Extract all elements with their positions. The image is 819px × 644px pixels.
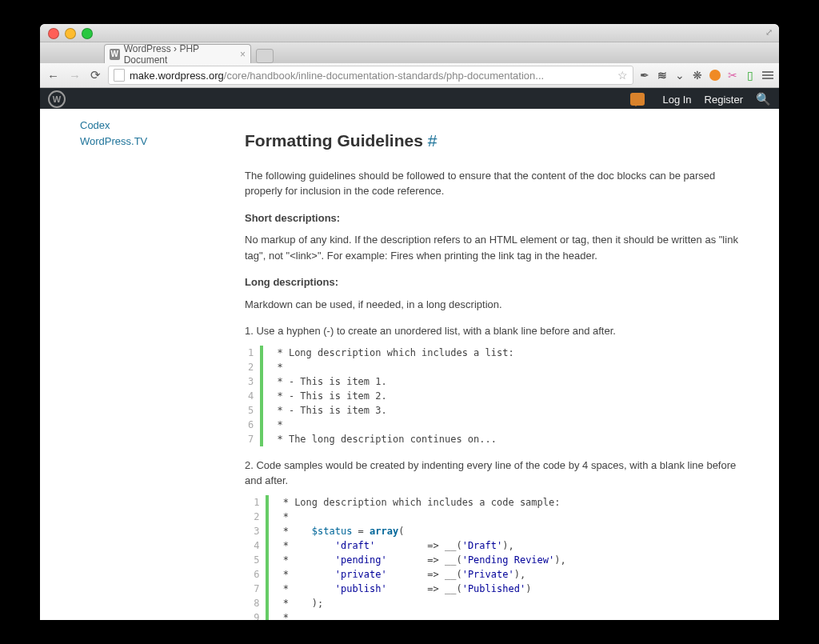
- wp-admin-bar: W Log In Register 🔍: [40, 88, 779, 110]
- forward-button[interactable]: →: [66, 69, 83, 82]
- search-icon[interactable]: 🔍: [756, 92, 771, 106]
- code-content: * Long description which includes a code…: [277, 495, 565, 621]
- page-icon: [114, 69, 125, 82]
- fullscreen-icon[interactable]: ⤢: [765, 27, 773, 38]
- browser-tabstrip: W WordPress › PHP Document ×: [40, 42, 779, 63]
- close-window-button[interactable]: [48, 28, 59, 39]
- line-numbers: 1 2 3 4 5 6 7: [245, 346, 260, 446]
- back-button[interactable]: ←: [45, 69, 62, 82]
- heading: Formatting Guidelines #: [245, 128, 755, 154]
- favicon-icon: W: [110, 49, 120, 60]
- line-numbers: 1 2 3 4 5 6 7 8 9 10: [245, 495, 266, 621]
- article: Formatting Guidelines # The following gu…: [245, 117, 755, 620]
- long-item-2: 2. Code samples would be created by inde…: [245, 458, 755, 489]
- url-path: /core/handbook/inline-documentation-stan…: [224, 70, 544, 82]
- browser-tab[interactable]: W WordPress › PHP Document ×: [104, 44, 251, 63]
- wordpress-logo-icon[interactable]: W: [48, 90, 66, 108]
- browser-toolbar: ← → ⟳ make.wordpress.org/core/handbook/i…: [40, 63, 779, 88]
- extension-icon[interactable]: ✂: [726, 69, 739, 82]
- code-block-1: 1 2 3 4 5 6 7 * Long description which i…: [245, 346, 755, 446]
- sidebar-link-wptv[interactable]: WordPress.TV: [80, 135, 240, 147]
- short-body: No markup of any kind. If the descriptio…: [245, 232, 755, 263]
- register-link[interactable]: Register: [705, 94, 743, 106]
- extension-icon[interactable]: [709, 69, 721, 82]
- heading-text: Formatting Guidelines: [245, 131, 423, 150]
- url-host: make.wordpress.org: [130, 70, 224, 82]
- heading-anchor[interactable]: #: [428, 131, 437, 150]
- sidebar-link-codex[interactable]: Codex: [80, 119, 240, 131]
- long-title: Long descriptions:: [245, 274, 755, 290]
- long-body: Markdown can be used, if needed, in a lo…: [245, 297, 755, 313]
- minimize-window-button[interactable]: [65, 28, 76, 39]
- notifications-icon[interactable]: [630, 93, 645, 106]
- new-tab-button[interactable]: [256, 49, 274, 63]
- zoom-window-button[interactable]: [82, 28, 93, 39]
- extension-icon[interactable]: ≋: [656, 69, 669, 82]
- intro-text: The following guidelines should be follo…: [245, 168, 755, 199]
- extension-icon[interactable]: ✒: [638, 69, 651, 82]
- extension-icon[interactable]: ▯: [744, 69, 757, 82]
- tab-title: WordPress › PHP Document: [124, 43, 234, 66]
- reload-button[interactable]: ⟳: [88, 68, 103, 82]
- sidebar: Codex WordPress.TV: [40, 109, 240, 151]
- mac-titlebar: ⤢: [40, 24, 779, 42]
- code-gutter: [260, 346, 263, 446]
- pocket-icon[interactable]: ⌄: [673, 69, 686, 82]
- code-block-2: 1 2 3 4 5 6 7 8 9 10 * Long description …: [245, 495, 755, 621]
- long-item-1: 1. Use a hyphen (-) to create an unorder…: [245, 323, 755, 339]
- menu-button[interactable]: [761, 69, 774, 82]
- bookmark-star-icon[interactable]: ☆: [617, 69, 628, 82]
- evernote-icon[interactable]: ❋: [691, 69, 704, 82]
- address-bar[interactable]: make.wordpress.org/core/handbook/inline-…: [108, 66, 633, 85]
- close-tab-icon[interactable]: ×: [240, 49, 246, 60]
- code-gutter: [266, 495, 269, 621]
- short-title: Short descriptions:: [245, 210, 755, 226]
- code-content: * Long description which includes a list…: [271, 346, 513, 446]
- login-link[interactable]: Log In: [662, 94, 691, 106]
